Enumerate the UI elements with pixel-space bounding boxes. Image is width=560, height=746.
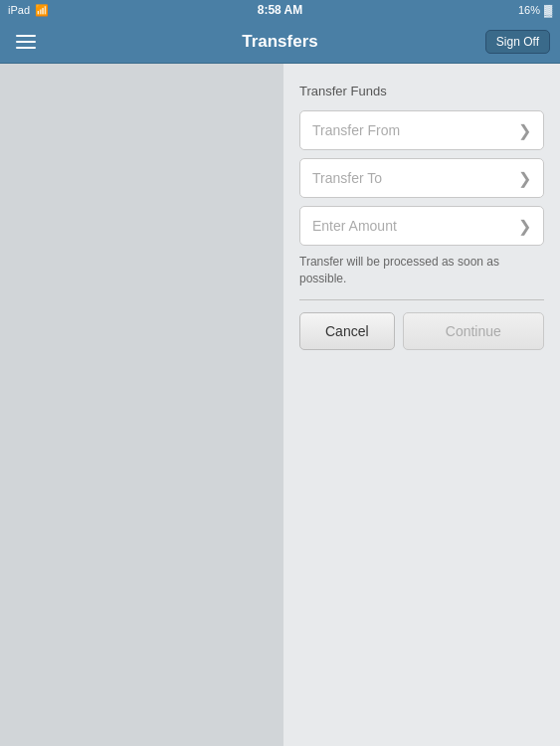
main-content: Transfer Funds Transfer From ❯ Transfer … — [0, 64, 560, 746]
battery-percent: 16% — [518, 4, 540, 16]
menu-button[interactable] — [10, 26, 42, 58]
transfer-from-chevron-icon: ❯ — [518, 121, 531, 140]
hamburger-line-3 — [16, 47, 36, 49]
status-right: 16% ▓ — [518, 4, 552, 16]
status-bar: iPad ︎📶 8:58 AM 16% ▓ — [0, 0, 560, 20]
right-panel: Transfer Funds Transfer From ❯ Transfer … — [283, 64, 560, 746]
sign-off-button[interactable]: Sign Off — [485, 30, 550, 54]
hamburger-line-1 — [16, 35, 36, 37]
nav-title: Transfers — [242, 32, 318, 52]
enter-amount-chevron-icon: ❯ — [518, 217, 531, 236]
transfer-to-field[interactable]: Transfer To ❯ — [299, 158, 544, 198]
hamburger-line-2 — [16, 41, 36, 43]
status-left: iPad ︎📶 — [8, 4, 49, 17]
carrier-label: iPad — [8, 4, 30, 16]
cancel-button[interactable]: Cancel — [299, 312, 395, 350]
left-panel — [0, 64, 283, 746]
continue-button[interactable]: Continue — [403, 312, 544, 350]
battery-icon: ▓ — [544, 4, 552, 16]
transfer-to-label: Transfer To — [312, 170, 382, 186]
time-label: 8:58 AM — [258, 3, 303, 17]
transfer-from-field[interactable]: Transfer From ❯ — [299, 110, 544, 150]
button-row: Cancel Continue — [299, 312, 544, 350]
wifi-icon: ︎📶 — [35, 4, 49, 17]
divider — [299, 299, 544, 300]
section-title: Transfer Funds — [299, 84, 544, 98]
enter-amount-field[interactable]: Enter Amount ❯ — [299, 206, 544, 246]
enter-amount-label: Enter Amount — [312, 218, 397, 234]
transfer-to-chevron-icon: ❯ — [518, 169, 531, 188]
info-text: Transfer will be processed as soon as po… — [299, 254, 544, 287]
nav-bar: Transfers Sign Off — [0, 20, 560, 64]
transfer-from-label: Transfer From — [312, 122, 400, 138]
